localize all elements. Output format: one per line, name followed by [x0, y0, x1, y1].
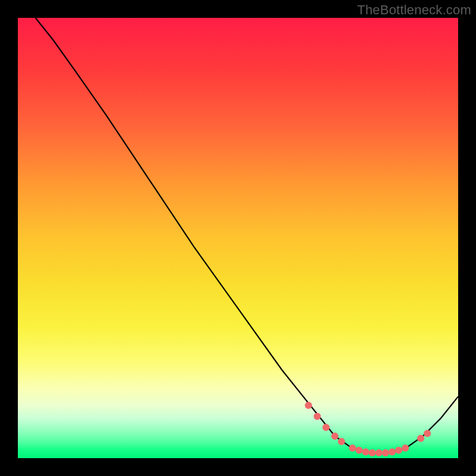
- data-dot: [402, 444, 409, 452]
- data-dot: [322, 424, 330, 431]
- data-dot: [356, 447, 363, 454]
- data-dot: [395, 447, 402, 454]
- data-dot: [382, 449, 389, 456]
- plot-area: [18, 18, 458, 458]
- data-dot: [424, 430, 431, 437]
- watermark-text: TheBottleneck.com: [357, 2, 471, 18]
- data-dot: [349, 444, 356, 452]
- chart-svg: [18, 18, 458, 458]
- data-dot: [338, 438, 345, 445]
- data-dot: [305, 402, 312, 409]
- bottleneck-curve: [36, 18, 458, 453]
- data-dot: [314, 413, 321, 420]
- data-dot: [369, 449, 376, 456]
- data-dot: [417, 435, 424, 442]
- data-dot: [389, 449, 396, 456]
- data-dot: [362, 449, 369, 456]
- dot-layer: [305, 402, 431, 456]
- data-dot: [331, 433, 339, 440]
- chart-frame: TheBottleneck.com: [0, 0, 476, 476]
- data-dot: [375, 449, 383, 456]
